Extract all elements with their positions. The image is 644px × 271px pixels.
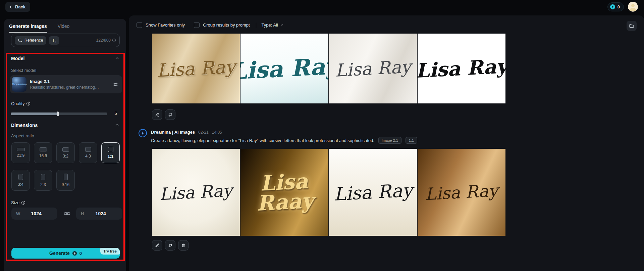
quality-slider-fill <box>11 112 58 115</box>
model-settings-icon[interactable] <box>113 82 118 87</box>
generated-image[interactable]: Lisa Raay <box>240 149 328 236</box>
favorites-label[interactable]: Show Favorites only <box>146 22 185 28</box>
signature-text: Lisa Ray <box>333 180 413 205</box>
group-label[interactable]: Group results by prompt <box>203 22 250 28</box>
divider <box>256 22 256 28</box>
ratio-shape <box>18 174 23 180</box>
try-free-badge[interactable]: Try free <box>100 248 120 255</box>
ratio-shape <box>85 147 91 152</box>
regenerate-button[interactable] <box>165 109 175 120</box>
model-badge: Image 2.1 <box>378 137 401 144</box>
dreamina-app: { "topbar": { "back_label": "Back", "cre… <box>0 0 644 271</box>
generated-image[interactable]: Lisa Ray <box>152 34 240 103</box>
folder-button[interactable] <box>627 21 637 31</box>
regenerate-button[interactable] <box>165 240 175 251</box>
ratio-shape <box>64 174 68 180</box>
aspect-ratio-1-1-selected[interactable]: 1:1 <box>101 142 120 163</box>
aspect-ratio-row-1: 21:9 16:9 3:2 4:3 1:1 <box>11 142 120 163</box>
generated-image[interactable]: Lisa Ray <box>418 149 505 236</box>
type-filter-dropdown[interactable]: Type: All <box>262 22 284 28</box>
ratio-shape <box>40 147 47 151</box>
quality-value: 5 <box>111 111 121 116</box>
link-dimensions-icon[interactable] <box>64 210 70 217</box>
dimensions-section-title: Dimensions <box>11 123 38 128</box>
result-row-1: Lisa Ray Lisa Ray Lisa Ray Lisa Ray <box>152 34 505 103</box>
ratio-shape <box>41 174 45 180</box>
generate-button[interactable]: Generate 0 Try free <box>11 248 120 259</box>
type-filter-label: Type: All <box>262 22 278 28</box>
group-checkbox[interactable] <box>194 22 200 28</box>
generate-label: Generate <box>49 251 70 256</box>
pencil-icon <box>155 243 160 248</box>
generated-image[interactable]: Lisa Ray <box>329 149 417 236</box>
trash-icon <box>181 243 186 248</box>
generation-prompt: Create a fancy, flowing, elegant signatu… <box>151 138 374 143</box>
results-area: Show Favorites only Group results by pro… <box>129 15 644 271</box>
credit-count: 0 <box>618 4 620 9</box>
dreamina-ai-avatar <box>139 129 147 137</box>
height-field[interactable]: H 1024 <box>76 208 122 220</box>
chevron-left-icon <box>9 5 13 9</box>
dimensions-collapse-chevron-up-icon[interactable] <box>115 123 119 127</box>
ratio-shape <box>17 148 25 151</box>
text-prompt-button[interactable]: T„ <box>49 36 59 45</box>
quality-label-row: Quality <box>11 101 31 106</box>
back-button[interactable]: Back <box>5 2 30 12</box>
aspect-ratio-4-3[interactable]: 4:3 <box>79 142 97 163</box>
generated-image[interactable]: Lisa Ray <box>418 34 505 103</box>
user-avatar[interactable] <box>628 2 638 12</box>
model-section-title: Model <box>11 56 24 61</box>
back-label: Back <box>15 4 25 9</box>
signature-text: Lisa Ray <box>418 55 505 82</box>
reference-label: Reference <box>24 38 43 43</box>
result-actions-1 <box>152 109 175 120</box>
result-row-2: Lisa Ray Lisa Raay Lisa Ray Lisa Ray <box>152 149 505 236</box>
signature-text: Lisa Ray <box>335 56 412 81</box>
aspect-ratio-2-3[interactable]: 2:3 <box>34 170 52 191</box>
aspect-ratio-3-4[interactable]: 3:4 <box>11 170 30 191</box>
pencil-icon <box>155 112 160 117</box>
generated-image[interactable]: Lisa Ray <box>329 34 417 103</box>
aspect-ratio-9-16[interactable]: 9:16 <box>56 170 75 191</box>
signature-text: Lisa Ray <box>425 181 498 204</box>
tab-video[interactable]: Video <box>58 24 70 33</box>
generate-credit-cost: 0 <box>79 251 82 256</box>
height-value: 1024 <box>84 211 117 216</box>
edit-button[interactable] <box>152 240 162 251</box>
aspect-ratio-21-9[interactable]: 21:9 <box>11 142 30 163</box>
model-thumbnail: Dreamina <box>12 77 26 92</box>
favorites-checkbox[interactable] <box>137 22 142 28</box>
aspect-ratio-16-9[interactable]: 16:9 <box>34 142 52 163</box>
generated-image[interactable]: Lisa Ray <box>240 34 328 103</box>
char-counter: 122/800 <box>96 38 116 43</box>
ratio-shape <box>108 147 113 152</box>
quality-slider-handle[interactable] <box>57 111 59 116</box>
model-collapse-chevron-up-icon[interactable] <box>115 56 119 60</box>
credits-pill[interactable]: 0 <box>607 2 624 11</box>
generation-author: Dreamina | AI images <box>151 130 195 135</box>
result-actions-2 <box>152 240 189 251</box>
reference-button[interactable]: Reference <box>15 36 46 45</box>
signature-text: Lisa Raay <box>251 171 318 214</box>
width-label: W <box>16 211 20 216</box>
model-description: Realistic structures, great cinematog… <box>30 85 110 90</box>
tab-generate-images[interactable]: Generate images <box>9 24 47 33</box>
width-field[interactable]: W 1024 <box>11 208 57 220</box>
chevron-down-icon <box>280 23 284 27</box>
quality-info-icon <box>26 101 31 106</box>
quality-slider[interactable] <box>11 112 107 115</box>
info-icon <box>112 38 116 42</box>
edit-button[interactable] <box>152 109 162 120</box>
sidebar-tabs: Generate images Video <box>9 24 69 33</box>
model-card[interactable]: Dreamina Image 2.1 Realistic structures,… <box>10 75 122 93</box>
text-tool-icon: T„ <box>52 38 56 43</box>
aspect-ratio-3-2[interactable]: 3:2 <box>56 142 75 163</box>
generation-header: Dreamina | AI images 02-21 14:05 <box>151 130 222 135</box>
generated-image[interactable]: Lisa Ray <box>152 149 240 236</box>
generate-coin-icon <box>72 251 77 256</box>
delete-button[interactable] <box>178 240 189 251</box>
generation-time: 14:05 <box>212 130 222 135</box>
topbar-right: 0 <box>607 2 638 12</box>
generation-prompt-row: Create a fancy, flowing, elegant signatu… <box>151 137 417 144</box>
model-name: Image 2.1 <box>30 79 110 84</box>
